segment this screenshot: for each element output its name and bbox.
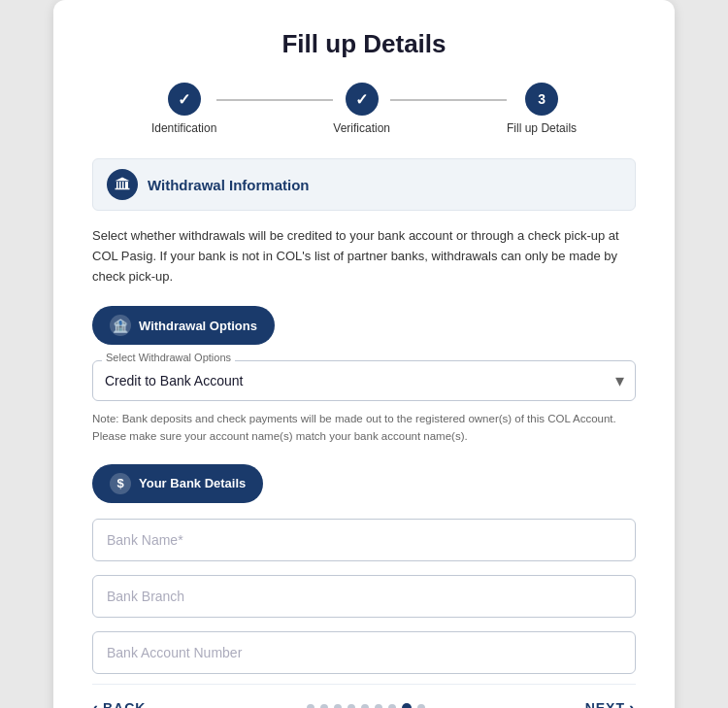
bank-details-button[interactable]: $ Your Bank Details [92, 464, 263, 503]
withdrawal-options-button[interactable]: 🏦 Withdrawal Options [92, 306, 275, 345]
step-identification: Identification [151, 83, 216, 135]
bank-icon [107, 169, 138, 200]
withdrawal-note: Note: Bank deposits and check payments w… [92, 411, 636, 445]
dot-8 [402, 703, 412, 708]
dot-6 [375, 704, 382, 708]
back-arrow-icon: ‹ [92, 698, 99, 708]
bank-svg [114, 176, 131, 193]
dot-9 [417, 704, 425, 708]
dot-1 [307, 704, 314, 708]
dot-4 [347, 704, 355, 708]
step-verification-label: Verification [333, 121, 390, 135]
progress-dots [307, 703, 425, 708]
next-label: NEXT [585, 700, 625, 708]
back-button[interactable]: ‹ BACK [92, 698, 146, 708]
next-arrow-icon: › [629, 698, 636, 708]
withdrawal-section-header: Withdrawal Information [92, 158, 636, 211]
bottom-nav: ‹ BACK NEXT › [92, 684, 636, 708]
step-line-1 [216, 99, 333, 101]
step-line-2 [390, 99, 507, 101]
dollar-icon-btn: $ [110, 473, 131, 494]
step-verification: Verification [333, 83, 390, 135]
dot-3 [334, 704, 342, 708]
bank-icon-btn: 🏦 [110, 315, 131, 336]
step-fillup-circle: 3 [525, 83, 558, 116]
bank-branch-input[interactable] [92, 575, 636, 618]
main-card: Fill up Details Identification Verificat… [53, 0, 675, 708]
step-identification-circle [168, 83, 201, 116]
next-button[interactable]: NEXT › [585, 698, 636, 708]
step-fillup-label: Fill up Details [507, 121, 577, 135]
stepper: Identification Verification 3 Fill up De… [92, 83, 636, 135]
step-verification-circle [346, 83, 379, 116]
bank-details-button-label: Your Bank Details [139, 476, 246, 490]
dot-5 [361, 704, 369, 708]
step-fillup: 3 Fill up Details [507, 83, 577, 135]
bank-account-number-input[interactable] [92, 631, 636, 674]
dot-7 [388, 704, 396, 708]
bank-name-input[interactable] [92, 519, 636, 561]
back-label: BACK [103, 700, 146, 708]
withdrawal-options-select[interactable]: Credit to Bank Account Check Pick-up [92, 360, 636, 401]
withdrawal-description: Select whether withdrawals will be credi… [92, 226, 636, 287]
withdrawal-options-button-label: Withdrawal Options [139, 319, 257, 333]
dot-2 [320, 704, 328, 708]
withdrawal-select-wrapper: Select Withdrawal Options Credit to Bank… [92, 360, 636, 401]
select-label: Select Withdrawal Options [102, 352, 235, 363]
withdrawal-section-title: Withdrawal Information [148, 177, 310, 193]
page-title: Fill up Details [92, 29, 636, 59]
step-identification-label: Identification [151, 121, 216, 135]
